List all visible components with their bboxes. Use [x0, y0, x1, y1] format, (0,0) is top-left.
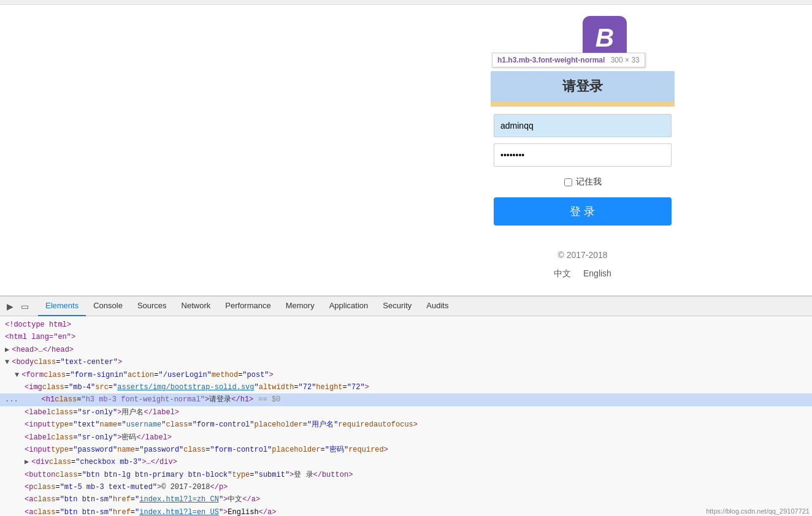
browser-top-bar: [0, 0, 812, 5]
code-line-img: <img class="mb-4" src="asserts/img/boots…: [0, 381, 812, 393]
remember-label: 记住我: [576, 176, 602, 188]
devtools-tooltip: h1.h3.mb-3.font-weight-normal 300 × 33: [492, 53, 645, 67]
tooltip-dimensions: 300 × 33: [611, 56, 640, 64]
copyright-text: © 2017-2018: [491, 250, 675, 260]
bootstrap-letter: B: [596, 23, 614, 53]
code-line-head[interactable]: ▶ <head>…</head>: [0, 344, 812, 356]
code-line-copyright: <p class="mt-5 mb-3 text-muted" >© 2017-…: [0, 481, 812, 493]
code-line-label-pwd: <label class="sr-only" >密码</label>: [0, 431, 812, 444]
tab-performance[interactable]: Performance: [218, 297, 278, 316]
devtools-tabs: Elements Console Sources Network Perform…: [38, 297, 456, 316]
username-input[interactable]: [494, 114, 672, 137]
password-input[interactable]: [494, 143, 672, 167]
login-button[interactable]: 登 录: [494, 197, 672, 226]
code-line-html: <html lang="en">: [0, 331, 812, 343]
code-line-body[interactable]: ▼ <body class="text-center" >: [0, 356, 812, 368]
code-line-input-user: <input type="text" name="username" class…: [0, 419, 812, 431]
devtools-code-panel[interactable]: <!doctype html> <html lang="en"> ▶ <head…: [0, 316, 812, 516]
login-divider: [491, 102, 675, 107]
tab-application[interactable]: Application: [322, 297, 376, 316]
login-title: 请登录: [491, 71, 675, 102]
code-line-doctype: <!doctype html>: [0, 319, 812, 331]
language-links: 中文 English: [491, 268, 675, 279]
tab-console[interactable]: Console: [86, 297, 130, 316]
code-line-form[interactable]: ▼ <form class="form-signin" action="/use…: [0, 369, 812, 381]
devtools-icon-buttons: ▶ ▭: [2, 299, 32, 314]
code-line-label-user: <label class="sr-only" >用户名</label>: [0, 406, 812, 419]
devtools-panel: ▶ ▭ Elements Console Sources Network Per…: [0, 295, 812, 516]
tab-sources[interactable]: Sources: [130, 297, 174, 316]
tab-audits[interactable]: Audits: [419, 297, 456, 316]
code-line-button: <button class="btn btn-lg btn-primary bt…: [0, 469, 812, 481]
tab-security[interactable]: Security: [375, 297, 419, 316]
devtools-toolbar: ▶ ▭ Elements Console Sources Network Per…: [0, 297, 812, 316]
remember-row: 记住我: [491, 176, 675, 188]
device-toolbar-button[interactable]: ▭: [17, 299, 32, 314]
tooltip-selector: h1.h3.mb-3.font-weight-normal: [497, 56, 605, 64]
login-container: 请登录 记住我 登 录 © 2017-2018 中文 English: [491, 71, 675, 279]
code-line-checkbox-div[interactable]: ▶ <div class="checkbox mb-3" >…</div>: [0, 456, 812, 468]
tab-memory[interactable]: Memory: [278, 297, 322, 316]
tab-elements[interactable]: Elements: [38, 297, 86, 316]
code-line-lang-zh: <a class="btn btn-sm" href="index.html?l…: [0, 493, 812, 506]
code-line-h1[interactable]: ... <h1 class="h3 mb-3 font-weight-norma…: [0, 393, 812, 406]
code-line-lang-en: <a class="btn btn-sm" href="index.html?l…: [0, 506, 812, 516]
status-url: https://blog.csdn.net/qq_29107721: [706, 507, 810, 515]
lang-zh-link[interactable]: 中文: [554, 268, 571, 278]
tab-network[interactable]: Network: [174, 297, 218, 316]
inspect-element-button[interactable]: ▶: [2, 299, 17, 314]
code-line-input-pwd: <input type="password" name="password" c…: [0, 444, 812, 456]
main-content: B h1.h3.mb-3.font-weight-normal 300 × 33…: [0, 5, 812, 300]
remember-checkbox[interactable]: [564, 178, 572, 186]
lang-en-link[interactable]: English: [583, 268, 611, 278]
